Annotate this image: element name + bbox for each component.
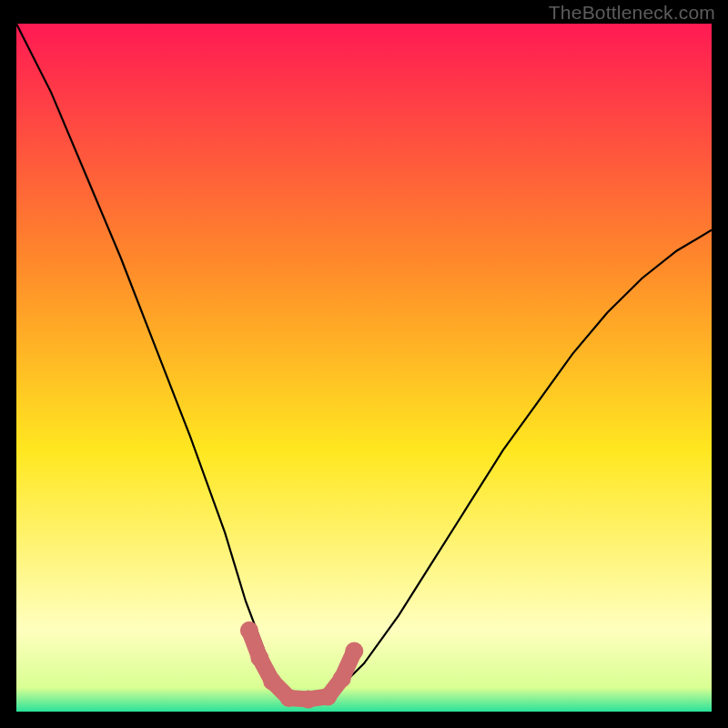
highlight-marker [263, 672, 281, 691]
highlight-marker [318, 687, 337, 705]
bottleneck-curve [16, 24, 712, 698]
highlight-marker [280, 689, 298, 707]
highlight-marker [345, 642, 363, 661]
highlight-marker [299, 690, 318, 708]
highlight-marker [240, 622, 258, 640]
highlight-marker [250, 649, 268, 667]
chart-overlay [16, 24, 712, 712]
outer-frame: TheBottleneck.com [0, 0, 728, 728]
watermark-text: TheBottleneck.com [549, 2, 715, 24]
highlight-marker [333, 670, 351, 688]
plot-area [16, 24, 712, 712]
